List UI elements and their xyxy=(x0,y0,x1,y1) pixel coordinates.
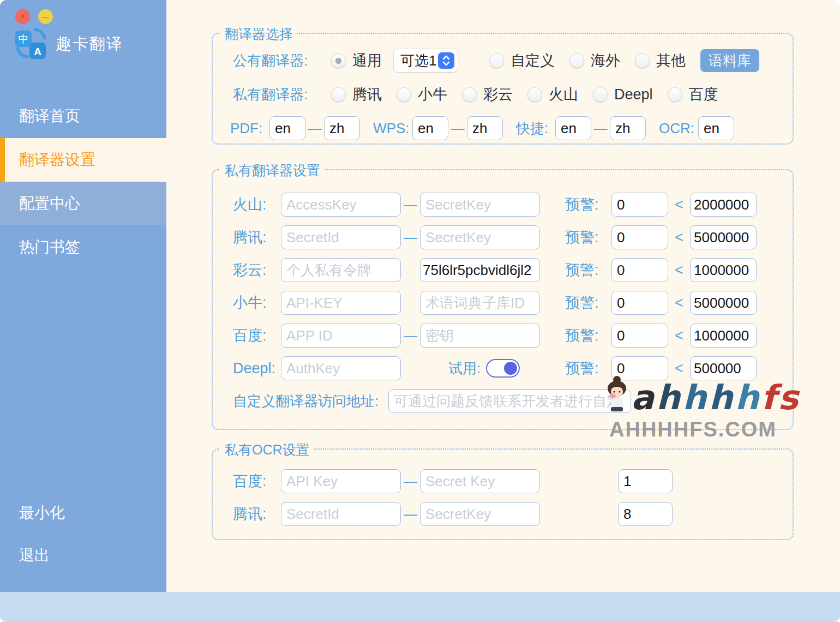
trial-label: 试用: xyxy=(448,359,481,378)
caiyun-token-input[interactable] xyxy=(281,258,401,282)
radio-overseas[interactable]: 海外 xyxy=(569,51,620,70)
caiyun-warn-input[interactable] xyxy=(611,258,668,282)
radio-baidu[interactable]: 百度 xyxy=(668,85,718,104)
sidebar-item-label: 翻译器设置 xyxy=(19,149,95,170)
sidebar-item-translator-settings[interactable]: 翻译器设置 xyxy=(0,138,166,182)
ocr-tencent-secretid-input[interactable] xyxy=(281,502,401,526)
sidebar-item-label: 最小化 xyxy=(19,503,65,523)
ocr-label: OCR: xyxy=(659,120,698,137)
ocr-tencent-label: 腾讯: xyxy=(233,504,281,524)
niutrans-limit-input[interactable] xyxy=(690,291,757,315)
radio-niutrans[interactable]: 小牛 xyxy=(397,85,447,104)
caiyun-limit-input[interactable] xyxy=(690,258,757,282)
deepl-warn-input[interactable] xyxy=(611,356,668,380)
radio-custom[interactable]: 自定义 xyxy=(489,51,555,70)
deepl-limit-input[interactable] xyxy=(690,356,757,380)
radio-icon[interactable] xyxy=(397,87,411,102)
optional-dropdown[interactable]: 可选1 xyxy=(394,49,458,72)
custom-url-row: 自定义翻译器访问地址: xyxy=(213,385,793,417)
radio-icon-checked[interactable] xyxy=(331,53,346,68)
trial-toggle[interactable] xyxy=(486,359,520,378)
sidebar-item-home[interactable]: 翻译首页 xyxy=(0,94,166,138)
wps-from-input[interactable] xyxy=(412,116,448,140)
ocr-from-input[interactable] xyxy=(698,116,734,140)
wps-label: WPS: xyxy=(373,120,412,137)
niutrans-dictid-input[interactable] xyxy=(420,291,540,315)
radio-icon[interactable] xyxy=(668,87,682,102)
corpus-button[interactable]: 语料库 xyxy=(700,49,759,72)
volcano-warn-input[interactable] xyxy=(611,193,668,217)
warn-label: 预警: xyxy=(565,195,611,214)
radio-icon[interactable] xyxy=(331,87,346,102)
ocr-baidu-label: 百度: xyxy=(233,471,281,491)
close-icon: ✕ xyxy=(20,13,25,20)
sidebar-item-hot-bookmarks[interactable]: 热门书签 xyxy=(0,225,166,269)
niutrans-apikey-input[interactable] xyxy=(281,291,401,315)
ocr-baidu-secretkey-input[interactable] xyxy=(420,469,540,493)
radio-volcano[interactable]: 火山 xyxy=(527,85,578,104)
close-button[interactable]: ✕ xyxy=(15,9,30,24)
niutrans-warn-input[interactable] xyxy=(611,291,668,315)
baidu-limit-input[interactable] xyxy=(690,324,757,348)
less-than-sign: < xyxy=(673,229,686,246)
sidebar-item-minimize[interactable]: 最小化 xyxy=(0,491,166,535)
caiyun-token-value-input[interactable] xyxy=(420,258,540,282)
dash-separator: — xyxy=(448,121,467,136)
custom-url-input[interactable] xyxy=(388,389,631,413)
baidu-row: 百度: — 预警: < xyxy=(213,319,793,352)
less-than-sign: < xyxy=(673,262,686,279)
radio-label: 小牛 xyxy=(418,85,447,104)
section-private-translator-settings: 私有翻译器设置 火山: — 预警: < 腾讯: — xyxy=(212,169,794,430)
volcano-limit-input[interactable] xyxy=(690,193,757,217)
radio-label: 火山 xyxy=(549,85,578,104)
radio-icon[interactable] xyxy=(462,87,477,102)
baidu-appid-input[interactable] xyxy=(281,324,401,348)
sidebar-item-config-center[interactable]: 配置中心 xyxy=(0,182,166,225)
radio-caiyun[interactable]: 彩云 xyxy=(462,85,513,104)
warn-label: 预警: xyxy=(565,260,611,280)
sidebar-item-quit[interactable]: 退出 xyxy=(0,534,166,577)
volcano-accesskey-input[interactable] xyxy=(281,193,401,217)
volcano-secretkey-input[interactable] xyxy=(420,193,540,217)
radio-label: 其他 xyxy=(656,51,686,70)
tencent-warn-input[interactable] xyxy=(611,225,668,249)
dash-separator: — xyxy=(305,121,324,136)
radio-tencent[interactable]: 腾讯 xyxy=(331,85,382,104)
radio-icon[interactable] xyxy=(635,53,650,68)
warn-label: 预警: xyxy=(565,228,611,247)
ocr-baidu-apikey-input[interactable] xyxy=(281,469,401,493)
warn-group: 预警: < xyxy=(565,356,757,380)
ocr-tencent-secretkey-input[interactable] xyxy=(420,502,540,526)
radio-icon[interactable] xyxy=(569,53,584,68)
radio-deepl[interactable]: Deepl xyxy=(593,86,653,103)
baidu-warn-input[interactable] xyxy=(611,324,668,348)
radio-icon[interactable] xyxy=(489,53,504,68)
wps-to-input[interactable] xyxy=(467,116,503,140)
section-translator-selection: 翻译器选择 公有翻译器: 通用 可选1 xyxy=(212,33,794,145)
minimize-button[interactable]: — xyxy=(38,9,53,24)
deepl-authkey-input[interactable] xyxy=(281,356,401,380)
ocr-tencent-value-input[interactable] xyxy=(618,502,673,526)
pdf-to-input[interactable] xyxy=(324,116,360,140)
deepl-label: Deepl: xyxy=(233,360,281,377)
radio-icon[interactable] xyxy=(593,87,608,102)
tencent-row: 腾讯: — 预警: < xyxy=(213,221,793,254)
baidu-secret-input[interactable] xyxy=(420,324,540,348)
radio-general[interactable]: 通用 xyxy=(331,51,382,70)
tencent-secretid-input[interactable] xyxy=(281,225,401,249)
warn-group: 预警: < xyxy=(565,258,757,282)
quick-to-input[interactable] xyxy=(610,116,646,140)
pdf-from-input[interactable] xyxy=(269,116,305,140)
public-translator-row: 公有翻译器: 通用 可选1 自定义 xyxy=(213,44,793,77)
quick-from-input[interactable] xyxy=(555,116,591,140)
public-translator-label: 公有翻译器: xyxy=(233,51,331,70)
radio-other[interactable]: 其他 xyxy=(635,51,686,70)
main-content: 翻译器选择 公有翻译器: 通用 可选1 xyxy=(166,0,840,592)
tencent-secretkey-input[interactable] xyxy=(420,225,540,249)
ocr-baidu-value-input[interactable] xyxy=(618,469,673,493)
sidebar-item-label: 配置中心 xyxy=(19,193,80,214)
caiyun-label: 彩云: xyxy=(233,260,281,280)
tencent-limit-input[interactable] xyxy=(690,225,757,249)
section-legend: 私有OCR设置 xyxy=(220,441,314,459)
radio-icon[interactable] xyxy=(527,87,542,102)
